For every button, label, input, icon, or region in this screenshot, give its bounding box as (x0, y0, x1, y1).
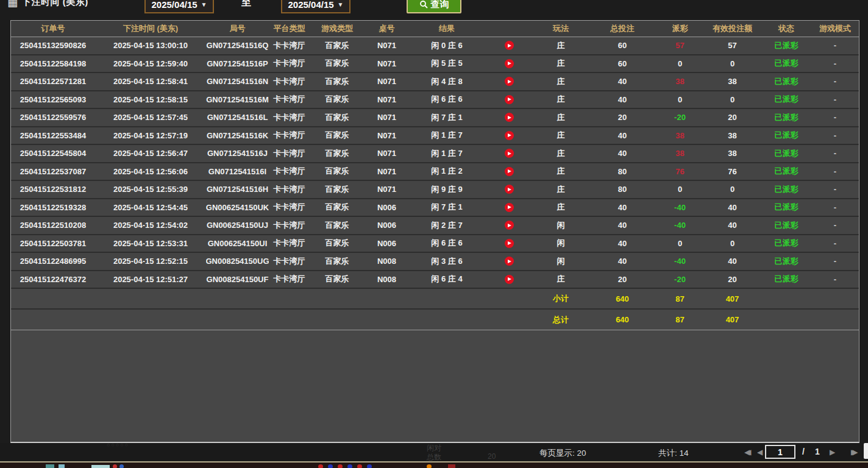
cell-play: 庄 (533, 37, 588, 54)
cell-play: 庄 (533, 163, 588, 180)
video-play-icon[interactable] (505, 77, 514, 86)
col-payout: 派彩 (656, 21, 703, 37)
calendar-icon: ▦ (7, 0, 18, 9)
cell-table-no: N008 (365, 253, 409, 270)
page-input[interactable] (765, 445, 795, 459)
cell-play: 闲 (533, 253, 588, 270)
cell-game-mode: - (811, 271, 859, 288)
cell-valid-bet: 0 (703, 181, 761, 198)
cell-round-no: GN0712541516J (206, 145, 269, 162)
cell-table-no: N071 (365, 145, 409, 162)
table-row: 250415122571281 2025-04-15 12:58:41 GN07… (11, 73, 859, 91)
table-row: 250415122503781 2025-04-15 12:53:31 GN00… (11, 235, 859, 254)
cell-total-bet: 40 (588, 235, 656, 252)
per-page-label: 每页显示: 20 (539, 448, 586, 459)
table-row: 250415122510208 2025-04-15 12:54:02 GN00… (11, 217, 859, 235)
prev-page-icon[interactable]: ◀ (757, 448, 763, 456)
cell-round-no: GN0712541516L (206, 109, 269, 126)
video-play-icon[interactable] (505, 95, 514, 104)
last-page-icon[interactable]: ▶▶ (851, 448, 853, 456)
cell-play: 庄 (533, 91, 588, 108)
cell-play: 庄 (533, 271, 588, 288)
cell-order-no: 250415122559576 (11, 109, 95, 126)
cell-round-no: GN0712541516N (206, 73, 269, 90)
cell-round-no: GN0712541516Q (206, 37, 269, 54)
cell-play: 庄 (533, 109, 588, 126)
cell-payout: -40 (656, 199, 703, 216)
cell-platform: 卡卡湾厅 (269, 235, 310, 252)
video-play-icon[interactable] (505, 275, 514, 284)
video-play-icon[interactable] (505, 131, 514, 140)
table-row: 250415122584198 2025-04-15 12:59:40 GN07… (11, 55, 859, 74)
cell-result: 闲 6 庄 4 (409, 271, 485, 288)
date-to-select[interactable]: 2025/04/15 ▼ (281, 0, 350, 13)
cell-status: 已派彩 (761, 163, 811, 180)
cell-result: 闲 5 庄 5 (409, 55, 485, 73)
video-play-icon[interactable] (505, 257, 514, 266)
cell-replay (485, 37, 533, 54)
background-fragment (318, 464, 323, 468)
background-fragment (427, 464, 432, 468)
cell-platform: 卡卡湾厅 (269, 199, 310, 216)
cell-valid-bet: 0 (703, 55, 761, 73)
query-button[interactable]: 查询 (407, 0, 461, 13)
cell-result: 闲 9 庄 9 (409, 181, 485, 198)
cell-game-type: 百家乐 (310, 163, 365, 180)
cell-payout: -40 (656, 217, 703, 234)
cell-round-no: GN008254150UF (206, 271, 269, 288)
cell-platform: 卡卡湾厅 (269, 181, 310, 198)
grand-total-row: 总计 640 87 407 (11, 310, 859, 330)
cell-game-type: 百家乐 (310, 127, 365, 144)
cell-table-no: N071 (365, 73, 409, 90)
cell-total-bet: 20 (588, 109, 656, 126)
cell-bet-time: 2025-04-15 12:52:15 (95, 253, 206, 270)
cell-valid-bet: 0 (703, 235, 761, 252)
cell-game-mode: - (811, 163, 859, 180)
cell-platform: 卡卡湾厅 (269, 109, 310, 126)
cell-replay (485, 253, 533, 270)
video-play-icon[interactable] (505, 221, 514, 230)
video-play-icon[interactable] (505, 203, 514, 212)
cell-platform: 卡卡湾厅 (269, 73, 310, 90)
video-play-icon[interactable] (505, 59, 514, 68)
cell-status: 已派彩 (761, 235, 811, 252)
bet-records-table: 订单号 下注时间 (美东) 局号 平台类型 游戏类型 桌号 结果 玩法 总投注 … (10, 20, 859, 443)
first-page-icon[interactable]: ◀◀ (744, 448, 747, 456)
cell-result: 闲 7 庄 1 (409, 109, 485, 126)
cell-status: 已派彩 (761, 253, 811, 270)
pagination-bar: 闲对 总数 20 ○○○○○ 每页显示: 20 共计: 14 ◀◀ ◀ / 1 … (0, 443, 868, 461)
search-icon (419, 0, 428, 9)
cell-table-no: N008 (365, 271, 409, 288)
video-play-icon[interactable] (505, 167, 514, 176)
video-play-icon[interactable] (505, 185, 514, 194)
cell-bet-time: 2025-04-15 12:58:15 (95, 91, 206, 108)
video-play-icon[interactable] (505, 113, 514, 122)
cell-game-mode: - (811, 73, 859, 90)
cell-game-type: 百家乐 (310, 145, 365, 162)
cell-order-no: 250415122537087 (11, 163, 95, 180)
col-play: 玩法 (533, 21, 588, 37)
cell-order-no: 250415122510208 (11, 217, 95, 234)
cell-order-no: 250415122519328 (11, 199, 95, 216)
cell-round-no: GN006254150UK (206, 199, 269, 216)
cell-bet-time: 2025-04-15 12:57:45 (95, 109, 206, 126)
date-from-select[interactable]: 2025/04/15 ▼ (144, 0, 214, 13)
col-round-no: 局号 (206, 21, 269, 37)
cell-bet-time: 2025-04-15 12:51:27 (95, 271, 206, 288)
cell-game-type: 百家乐 (310, 73, 365, 90)
video-play-icon[interactable] (505, 149, 514, 158)
cell-status: 已派彩 (761, 217, 811, 234)
video-play-icon[interactable] (505, 239, 514, 248)
cell-bet-time: 2025-04-15 12:57:19 (95, 127, 206, 144)
video-play-icon[interactable] (505, 41, 514, 50)
table-row: 250415122531812 2025-04-15 12:55:39 GN07… (11, 181, 859, 199)
cell-game-type: 百家乐 (310, 55, 365, 73)
cell-valid-bet: 57 (703, 37, 761, 54)
col-bet-time: 下注时间 (美东) (95, 21, 206, 37)
cell-platform: 卡卡湾厅 (269, 217, 310, 234)
next-page-icon[interactable]: ▶ (830, 448, 835, 456)
cell-total-bet: 80 (588, 163, 656, 180)
cell-bet-time: 2025-04-15 12:54:45 (95, 199, 206, 216)
cell-game-type: 百家乐 (310, 91, 365, 108)
cell-total-bet: 40 (588, 127, 656, 144)
